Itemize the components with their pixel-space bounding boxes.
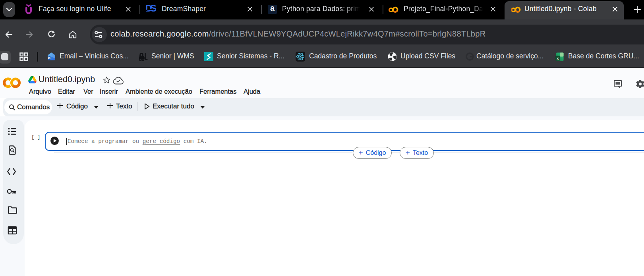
svg-text:x: x: [557, 56, 559, 60]
